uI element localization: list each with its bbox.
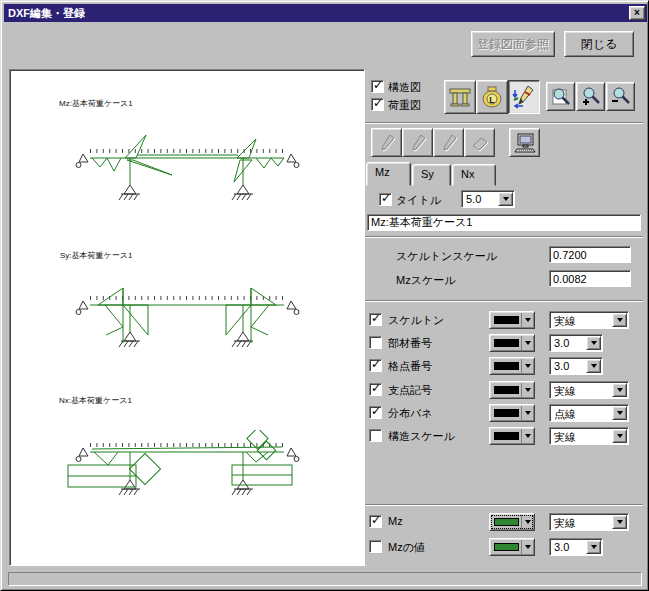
pen-icon (408, 133, 428, 153)
chevron-down-icon[interactable] (521, 429, 533, 443)
close-icon[interactable]: × (629, 6, 645, 20)
separator (365, 122, 643, 124)
title-size-select[interactable]: 5.0 (461, 190, 515, 208)
eraser-icon (470, 133, 490, 153)
edit-mode-button[interactable] (508, 80, 540, 114)
separator (365, 300, 643, 302)
load-drawing-button[interactable]: L (476, 80, 508, 114)
skeleton-scale-input[interactable] (549, 246, 631, 263)
svg-text:L: L (489, 95, 495, 105)
control-panel: ✓ 構造図 ✓ 荷重図 L (365, 69, 643, 569)
status-bar (8, 572, 642, 586)
eraser-button[interactable] (464, 128, 495, 157)
skeleton-style-select[interactable]: 実線 (549, 311, 629, 329)
chevron-down-icon[interactable] (521, 515, 533, 529)
load-figure-label: 荷重図 (388, 98, 421, 113)
diagram-nx-label: Nx:基本荷重ケース1 (59, 395, 132, 406)
node-number-color-select[interactable] (489, 357, 535, 375)
load-drawing-icon: L (480, 85, 504, 109)
chevron-down-icon[interactable] (521, 313, 533, 327)
chevron-down-icon[interactable] (521, 406, 533, 420)
chevron-down-icon[interactable] (612, 515, 627, 529)
separator (365, 504, 643, 506)
chevron-down-icon[interactable] (612, 313, 627, 327)
mz-color-select[interactable] (489, 513, 535, 531)
structure-scale-checkbox[interactable]: ✓ (369, 429, 382, 442)
zoom-out-button[interactable] (606, 82, 635, 111)
member-number-checkbox[interactable]: ✓ (369, 336, 382, 349)
display-icon (514, 132, 536, 154)
mz-label: Mz (388, 515, 403, 527)
support-symbol-style-select[interactable]: 実線 (549, 381, 629, 399)
chevron-down-icon[interactable] (612, 429, 627, 443)
structure-drawing-button[interactable] (444, 80, 476, 114)
chevron-down-icon[interactable] (521, 359, 533, 373)
member-number-label: 部材番号 (388, 336, 432, 351)
load-figure-checkbox[interactable]: ✓ (371, 98, 384, 111)
chevron-down-icon[interactable] (612, 406, 627, 420)
zoom-out-icon (610, 86, 632, 108)
diagram-nx (10, 430, 366, 550)
distributed-spring-checkbox[interactable]: ✓ (369, 406, 382, 419)
zoom-in-button[interactable] (576, 82, 605, 111)
mz-checkbox[interactable]: ✓ (369, 515, 382, 528)
member-number-size-select[interactable]: 3.0 (549, 334, 603, 352)
tab-nx[interactable]: Nx (452, 164, 496, 186)
distributed-spring-style-select[interactable]: 点線 (549, 404, 629, 422)
member-number-color-select[interactable] (489, 334, 535, 352)
support-symbol-color-select[interactable] (489, 381, 535, 399)
edit-pencil-icon (511, 84, 537, 110)
diagram-mz (10, 130, 366, 270)
title-label: タイトル (396, 193, 441, 208)
chevron-down-icon[interactable] (586, 336, 601, 350)
separator (365, 236, 643, 238)
skeleton-checkbox[interactable]: ✓ (369, 313, 382, 326)
chevron-down-icon[interactable] (521, 540, 533, 554)
tab-sy[interactable]: Sy (412, 164, 451, 186)
pen-button-3[interactable] (433, 128, 464, 157)
mz-value-size-select[interactable]: 3.0 (549, 538, 603, 556)
support-symbol-label: 支点記号 (388, 383, 432, 398)
window-title: DXF編集・登録 (8, 6, 85, 21)
close-button[interactable]: 閉じる (564, 31, 634, 57)
mz-value-color-select[interactable] (489, 538, 535, 556)
structure-figure-checkbox[interactable]: ✓ (371, 80, 384, 93)
title-text-input[interactable] (367, 214, 641, 231)
registered-drawing-ref-button[interactable]: 登録図面参照 (471, 31, 555, 57)
structure-drawing-icon (448, 85, 472, 109)
distributed-spring-label: 分布バネ (388, 406, 433, 421)
structure-figure-label: 構造図 (388, 80, 421, 95)
mz-value-label: Mzの値 (388, 540, 425, 555)
display-button[interactable] (509, 128, 540, 157)
chevron-down-icon[interactable] (612, 383, 627, 397)
diagram-sy-label: Sy:基本荷重ケース1 (60, 250, 132, 261)
node-number-label: 格点番号 (388, 359, 432, 374)
zoom-fit-icon (550, 86, 572, 108)
support-symbol-checkbox[interactable]: ✓ (369, 383, 382, 396)
diagram-mz-label: Mz:基本荷重ケース1 (59, 98, 133, 109)
node-number-checkbox[interactable]: ✓ (369, 359, 382, 372)
pen-button-2[interactable] (402, 128, 433, 157)
chevron-down-icon[interactable] (586, 540, 601, 554)
chevron-down-icon[interactable] (521, 336, 533, 350)
mz-value-checkbox[interactable]: ✓ (369, 540, 382, 553)
pen-icon (377, 133, 397, 153)
chevron-down-icon[interactable] (521, 383, 533, 397)
mz-style-select[interactable]: 実線 (549, 513, 629, 531)
pen-button-1[interactable] (371, 128, 402, 157)
title-bar[interactable]: DXF編集・登録 × (4, 4, 647, 22)
tab-mz[interactable]: Mz (366, 162, 411, 186)
mz-scale-input[interactable] (549, 270, 631, 287)
zoom-fit-button[interactable] (546, 82, 575, 111)
structure-scale-style-select[interactable]: 実線 (549, 427, 629, 445)
skeleton-color-select[interactable] (489, 311, 535, 329)
chevron-down-icon[interactable] (498, 192, 513, 206)
skeleton-label: スケルトン (388, 313, 444, 328)
title-checkbox[interactable]: ✓ (379, 193, 392, 206)
structure-scale-color-select[interactable] (489, 427, 535, 445)
drawing-preview-panel[interactable]: Mz:基本荷重ケース1 Sy:基本荷重ケース1 (9, 69, 365, 566)
mz-scale-label: Mzスケール (396, 273, 455, 288)
node-number-size-select[interactable]: 3.0 (549, 357, 603, 375)
distributed-spring-color-select[interactable] (489, 404, 535, 422)
chevron-down-icon[interactable] (586, 359, 601, 373)
